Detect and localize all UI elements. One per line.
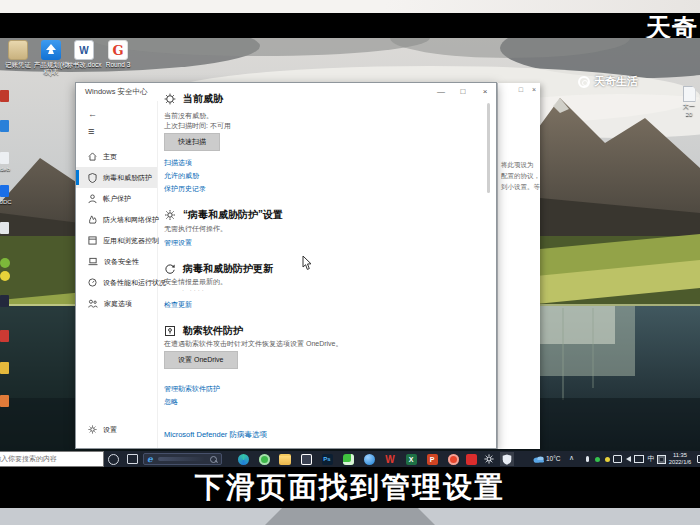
back-button[interactable]: ← [88,106,157,123]
weather-cloud-icon[interactable] [532,452,546,466]
word-doc-icon [74,40,94,60]
taskbar-icon-red-app[interactable] [464,452,478,466]
update-timestamp-faint: · ···· [182,287,206,293]
taskbar-icon-store[interactable] [299,452,313,466]
tray-chevron[interactable]: ∧ [569,454,574,462]
desktop-sliver-icon[interactable] [0,90,9,102]
weather-temp[interactable]: 10°C [546,455,561,462]
nav-family-options[interactable]: 家庭选项 [76,293,157,314]
taskbar: 在这里输入你要搜索的内容 e Ps W X P 10°C [0,451,700,467]
desktop-sliver-icon[interactable] [0,222,9,234]
taskbar-icon-wps[interactable]: W [383,452,397,466]
desktop-sliver-icon[interactable] [0,120,9,132]
manage-settings-link[interactable]: 管理设置 [164,238,192,248]
settings-gear-icon [164,209,176,221]
setup-onedrive-button[interactable]: 设置 OneDrive [164,351,238,369]
gear-icon [88,425,97,434]
nav-virus-threat-protection[interactable]: 病毒和威胁防护 [76,167,157,188]
laptop-icon [88,257,98,266]
refresh-icon [164,263,176,275]
taskbar-icon-file-explorer[interactable] [278,452,292,466]
hamburger-menu-button[interactable]: ≡ [88,123,157,140]
person-icon [88,194,97,204]
defender-options-link[interactable]: Microsoft Defender 防病毒选项 [164,430,267,440]
dismiss-link[interactable]: 忽略 [164,397,178,407]
clock-date: 2022/1/6 [664,459,696,466]
home-icon [88,152,97,161]
nav-settings[interactable]: 设置 [76,419,157,440]
security-nav-pane: ← ≡ 主页 病毒和威胁防护 帐户保护 防火墙和网络保护 [76,101,158,448]
desktop-sliver-icon[interactable] [0,258,10,268]
close-icon[interactable]: × [532,86,536,93]
taskbar-icon-music[interactable] [446,452,460,466]
taskbar-clock[interactable]: 11:35 2022/1/6 [664,452,696,466]
defender-shield-icon [502,454,512,465]
nav-device-performance[interactable]: 设备性能和运行状况 [76,272,157,293]
desktop-sliver-icon[interactable] [0,362,9,374]
desktop-sliver-icon[interactable] [0,185,9,197]
magnifier-icon [210,456,217,463]
virus-icon [164,93,176,105]
protection-settings-heading: “病毒和威胁防护”设置 [164,208,283,222]
protection-history-link[interactable]: 保护历史记录 [164,184,206,194]
top-black-bar: 天奇 [0,13,700,38]
caption-bar: 下滑页面找到管理设置 [0,467,700,508]
desktop-icon-1[interactable]: 记账凭证 [0,40,36,68]
desktop-icon-4[interactable]: Round 3 [100,40,136,68]
taskbar-icon-excel[interactable]: X [404,452,418,466]
file-icon [8,40,28,60]
taskbar-icon-wechat[interactable] [341,452,355,466]
scrollbar[interactable] [487,103,490,193]
nav-home[interactable]: 主页 [76,146,157,167]
desktop-icon-3[interactable]: 标书改.docx [66,40,102,68]
allowed-threats-link[interactable]: 允许的威胁 [164,171,199,181]
background-window-controls[interactable]: □ × [519,86,536,93]
frame-top-strip [0,0,700,13]
taskbar-icon-green-app[interactable] [257,452,271,466]
taskbar-icon-edge[interactable] [236,452,250,466]
desktop-sliver-icon[interactable] [0,330,9,342]
ransomware-heading: 勒索软件防护 [164,324,243,338]
shield-icon [88,173,97,183]
family-icon [88,299,98,308]
manage-ransomware-link[interactable]: 管理勒索软件防护 [164,384,220,394]
background-window-text: 将此项设为 配置的协议， 到小设置。等 [501,159,541,192]
nav-device-security[interactable]: 设备安全性 [76,251,157,272]
news-search-widget[interactable]: e [143,453,222,465]
apps-icon [88,236,97,245]
scan-options-link[interactable]: 扫描选项 [164,158,192,168]
no-action-text: 无需执行任何操作。 [164,224,227,234]
desktop-sliver-icon[interactable] [0,271,10,281]
desktop-sliver-icon[interactable] [0,395,9,407]
edge-e-icon: e [147,454,153,464]
desktop-sliver-icon[interactable] [0,295,9,307]
desktop-icon-2[interactable]: 产品规划(模板)表 [33,40,69,75]
protection-updates-heading: 病毒和威胁防护更新 [164,262,273,276]
brand-circle-icon [578,76,590,88]
firewall-icon [88,215,97,224]
video-frame: 天奇 [0,0,700,525]
task-view-button[interactable] [125,452,139,466]
desktop-sliver-icon[interactable] [0,152,9,164]
search-placeholder: 在这里输入你要搜索的内容 [0,454,57,464]
desktop-icon-document-right[interactable]: 大一20 [680,86,698,117]
check-updates-link[interactable]: 检查更新 [164,300,192,310]
taskbar-settings-button[interactable] [482,452,496,466]
taskbar-search-box[interactable]: 在这里输入你要搜索的内容 [0,451,104,467]
quick-scan-button[interactable]: 快速扫描 [164,133,220,151]
taskbar-icon-photoshop[interactable]: Ps [320,452,334,466]
background-window[interactable]: □ × 将此项设为 配置的协议， 到小设置。等 [497,83,540,449]
maximize-icon[interactable]: □ [519,86,523,93]
taskbar-icon-powerpoint[interactable]: P [425,452,439,466]
taskbar-icon-browser-globe[interactable] [362,452,376,466]
nav-firewall-network[interactable]: 防火墙和网络保护 [76,209,157,230]
ransomware-icon [164,325,176,337]
nav-app-browser-control[interactable]: 应用和浏览器控制 [76,230,157,251]
current-threats-heading: 当前威胁 [164,92,223,106]
brand-watermark-logo: 天奇生活 [578,74,638,89]
intelligence-status-text: 安全情报是最新的。 [164,277,227,287]
nav-account-protection[interactable]: 帐户保护 [76,188,157,209]
cortana-button[interactable] [106,452,120,466]
taskbar-windows-security-button[interactable] [500,452,514,466]
action-center-button[interactable] [694,452,700,466]
